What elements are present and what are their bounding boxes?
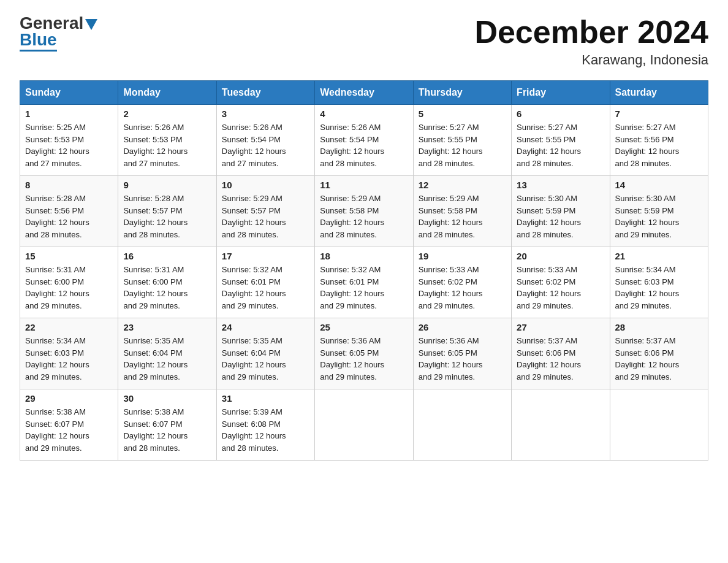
day-info: Sunrise: 5:27 AMSunset: 5:55 PMDaylight:… [517, 121, 604, 169]
title-block: December 2024 Karawang, Indonesia [474, 15, 708, 68]
table-row: 28Sunrise: 5:37 AMSunset: 6:06 PMDayligh… [610, 318, 708, 389]
table-row: 6Sunrise: 5:27 AMSunset: 5:55 PMDaylight… [512, 105, 610, 176]
table-row: 21Sunrise: 5:34 AMSunset: 6:03 PMDayligh… [610, 247, 708, 318]
day-number: 9 [123, 180, 211, 190]
day-number: 31 [222, 393, 309, 404]
day-number: 11 [320, 180, 408, 190]
calendar-header: Sunday Monday Tuesday Wednesday Thursday… [20, 81, 708, 105]
col-tuesday: Tuesday [216, 81, 314, 105]
table-row: 13Sunrise: 5:30 AMSunset: 5:59 PMDayligh… [512, 176, 610, 247]
logo-general-text: General [20, 15, 83, 32]
day-info: Sunrise: 5:29 AMSunset: 5:58 PMDaylight:… [320, 193, 408, 240]
day-info: Sunrise: 5:26 AMSunset: 5:54 PMDaylight:… [222, 121, 309, 169]
day-number: 22 [25, 322, 113, 332]
table-row: 1Sunrise: 5:25 AMSunset: 5:53 PMDaylight… [20, 105, 118, 176]
day-number: 12 [419, 180, 506, 190]
col-friday: Friday [512, 81, 610, 105]
table-row: 26Sunrise: 5:36 AMSunset: 6:05 PMDayligh… [413, 318, 511, 389]
day-number: 14 [615, 180, 703, 190]
calendar-week-row: 15Sunrise: 5:31 AMSunset: 6:00 PMDayligh… [20, 247, 708, 318]
table-row: 9Sunrise: 5:28 AMSunset: 5:57 PMDaylight… [118, 176, 216, 247]
table-row: 24Sunrise: 5:35 AMSunset: 6:04 PMDayligh… [216, 318, 314, 389]
day-number: 10 [222, 180, 309, 190]
day-info: Sunrise: 5:35 AMSunset: 6:04 PMDaylight:… [123, 335, 211, 383]
day-info: Sunrise: 5:33 AMSunset: 6:02 PMDaylight:… [419, 264, 506, 312]
day-info: Sunrise: 5:34 AMSunset: 6:03 PMDaylight:… [615, 264, 703, 312]
table-row: 20Sunrise: 5:33 AMSunset: 6:02 PMDayligh… [512, 247, 610, 318]
day-info: Sunrise: 5:26 AMSunset: 5:53 PMDaylight:… [123, 121, 211, 169]
col-monday: Monday [118, 81, 216, 105]
day-info: Sunrise: 5:29 AMSunset: 5:58 PMDaylight:… [419, 193, 506, 240]
calendar-table: Sunday Monday Tuesday Wednesday Thursday… [20, 80, 708, 461]
day-info: Sunrise: 5:32 AMSunset: 6:01 PMDaylight:… [320, 264, 408, 312]
table-row [610, 389, 708, 461]
table-row: 23Sunrise: 5:35 AMSunset: 6:04 PMDayligh… [118, 318, 216, 389]
table-row: 10Sunrise: 5:29 AMSunset: 5:57 PMDayligh… [216, 176, 314, 247]
logo-arrow-icon [85, 19, 97, 30]
day-number: 26 [419, 322, 506, 332]
table-row: 12Sunrise: 5:29 AMSunset: 5:58 PMDayligh… [413, 176, 511, 247]
table-row: 2Sunrise: 5:26 AMSunset: 5:53 PMDaylight… [118, 105, 216, 176]
table-row: 31Sunrise: 5:39 AMSunset: 6:08 PMDayligh… [216, 389, 314, 461]
day-number: 23 [123, 322, 211, 332]
calendar-week-row: 22Sunrise: 5:34 AMSunset: 6:03 PMDayligh… [20, 318, 708, 389]
location-subtitle: Karawang, Indonesia [474, 52, 708, 68]
day-info: Sunrise: 5:30 AMSunset: 5:59 PMDaylight:… [615, 193, 703, 240]
table-row [413, 389, 511, 461]
day-info: Sunrise: 5:29 AMSunset: 5:57 PMDaylight:… [222, 193, 309, 240]
days-of-week-row: Sunday Monday Tuesday Wednesday Thursday… [20, 81, 708, 105]
table-row [512, 389, 610, 461]
day-info: Sunrise: 5:28 AMSunset: 5:56 PMDaylight:… [25, 193, 113, 240]
day-info: Sunrise: 5:36 AMSunset: 6:05 PMDaylight:… [320, 335, 408, 383]
calendar-week-row: 29Sunrise: 5:38 AMSunset: 6:07 PMDayligh… [20, 389, 708, 461]
day-info: Sunrise: 5:35 AMSunset: 6:04 PMDaylight:… [222, 335, 309, 383]
day-number: 3 [222, 109, 309, 119]
day-info: Sunrise: 5:27 AMSunset: 5:56 PMDaylight:… [615, 121, 703, 169]
day-number: 5 [419, 109, 506, 119]
day-info: Sunrise: 5:28 AMSunset: 5:57 PMDaylight:… [123, 193, 211, 240]
table-row: 7Sunrise: 5:27 AMSunset: 5:56 PMDaylight… [610, 105, 708, 176]
table-row: 14Sunrise: 5:30 AMSunset: 5:59 PMDayligh… [610, 176, 708, 247]
logo: General Blue [20, 15, 97, 52]
day-info: Sunrise: 5:37 AMSunset: 6:06 PMDaylight:… [615, 335, 703, 383]
day-number: 29 [25, 393, 113, 404]
day-info: Sunrise: 5:30 AMSunset: 5:59 PMDaylight:… [517, 193, 604, 240]
table-row: 27Sunrise: 5:37 AMSunset: 6:06 PMDayligh… [512, 318, 610, 389]
day-number: 28 [615, 322, 703, 332]
day-info: Sunrise: 5:25 AMSunset: 5:53 PMDaylight:… [25, 121, 113, 169]
page-header: General Blue December 2024 Karawang, Ind… [20, 15, 708, 68]
table-row: 3Sunrise: 5:26 AMSunset: 5:54 PMDaylight… [216, 105, 314, 176]
col-saturday: Saturday [610, 81, 708, 105]
logo-blue-text: Blue [20, 31, 57, 52]
day-number: 17 [222, 251, 309, 261]
table-row [315, 389, 413, 461]
calendar-week-row: 8Sunrise: 5:28 AMSunset: 5:56 PMDaylight… [20, 176, 708, 247]
col-wednesday: Wednesday [315, 81, 413, 105]
day-number: 19 [419, 251, 506, 261]
day-info: Sunrise: 5:31 AMSunset: 6:00 PMDaylight:… [25, 264, 113, 312]
table-row: 29Sunrise: 5:38 AMSunset: 6:07 PMDayligh… [20, 389, 118, 461]
day-info: Sunrise: 5:37 AMSunset: 6:06 PMDaylight:… [517, 335, 604, 383]
table-row: 18Sunrise: 5:32 AMSunset: 6:01 PMDayligh… [315, 247, 413, 318]
table-row: 17Sunrise: 5:32 AMSunset: 6:01 PMDayligh… [216, 247, 314, 318]
day-number: 6 [517, 109, 604, 119]
day-number: 18 [320, 251, 408, 261]
day-number: 25 [320, 322, 408, 332]
day-number: 13 [517, 180, 604, 190]
table-row: 15Sunrise: 5:31 AMSunset: 6:00 PMDayligh… [20, 247, 118, 318]
day-number: 4 [320, 109, 408, 119]
day-number: 27 [517, 322, 604, 332]
day-info: Sunrise: 5:39 AMSunset: 6:08 PMDaylight:… [222, 406, 309, 454]
day-info: Sunrise: 5:38 AMSunset: 6:07 PMDaylight:… [123, 406, 211, 454]
day-info: Sunrise: 5:36 AMSunset: 6:05 PMDaylight:… [419, 335, 506, 383]
day-number: 1 [25, 109, 113, 119]
day-number: 24 [222, 322, 309, 332]
table-row: 19Sunrise: 5:33 AMSunset: 6:02 PMDayligh… [413, 247, 511, 318]
day-number: 15 [25, 251, 113, 261]
day-info: Sunrise: 5:31 AMSunset: 6:00 PMDaylight:… [123, 264, 211, 312]
day-info: Sunrise: 5:33 AMSunset: 6:02 PMDaylight:… [517, 264, 604, 312]
day-number: 8 [25, 180, 113, 190]
table-row: 25Sunrise: 5:36 AMSunset: 6:05 PMDayligh… [315, 318, 413, 389]
table-row: 16Sunrise: 5:31 AMSunset: 6:00 PMDayligh… [118, 247, 216, 318]
table-row: 4Sunrise: 5:26 AMSunset: 5:54 PMDaylight… [315, 105, 413, 176]
